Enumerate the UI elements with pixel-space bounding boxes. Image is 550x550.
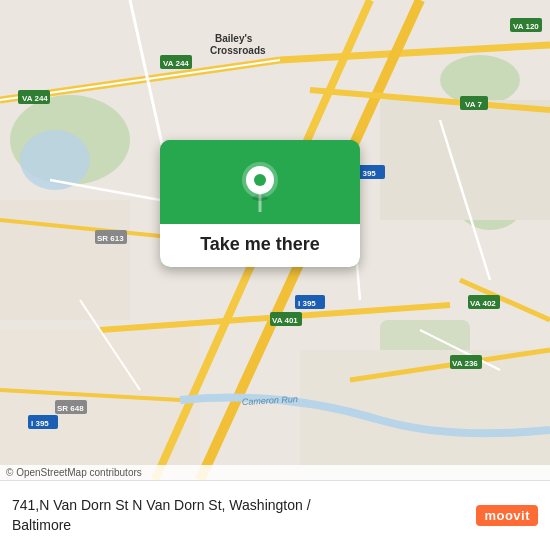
info-bar: 741,N Van Dorn St N Van Dorn St, Washing…: [0, 480, 550, 550]
svg-rect-6: [0, 200, 130, 320]
take-me-there-button[interactable]: Take me there: [160, 234, 360, 255]
svg-text:VA 401: VA 401: [272, 316, 298, 325]
svg-text:VA 7: VA 7: [465, 100, 482, 109]
svg-text:SR 613: SR 613: [97, 234, 124, 243]
moovit-logo-text: moovit: [476, 505, 538, 526]
svg-text:Crossroads: Crossroads: [210, 45, 266, 56]
card-icon-area: [160, 140, 360, 224]
svg-point-58: [254, 174, 266, 186]
svg-text:I 395: I 395: [358, 169, 376, 178]
card-label-area[interactable]: Take me there: [160, 224, 360, 267]
take-me-there-card[interactable]: Take me there: [160, 140, 360, 267]
svg-text:SR 648: SR 648: [57, 404, 84, 413]
address-line1: 741,N Van Dorn St N Van Dorn St, Washing…: [12, 497, 311, 513]
svg-text:Bailey's: Bailey's: [215, 33, 253, 44]
svg-rect-8: [0, 330, 200, 480]
attribution-bar: © OpenStreetMap contributors: [0, 465, 550, 480]
svg-text:VA 120: VA 120: [513, 22, 539, 31]
svg-point-59: [252, 195, 268, 201]
svg-text:VA 244: VA 244: [163, 59, 189, 68]
svg-text:VA 402: VA 402: [470, 299, 496, 308]
svg-text:VA 244: VA 244: [22, 94, 48, 103]
svg-text:I 395: I 395: [31, 419, 49, 428]
svg-text:VA 236: VA 236: [452, 359, 478, 368]
attribution-text: © OpenStreetMap contributors: [6, 467, 142, 478]
moovit-logo: moovit: [476, 505, 538, 526]
map-container: Bailey's Crossroads VA 244 VA 244 VA 120…: [0, 0, 550, 550]
address-text: 741,N Van Dorn St N Van Dorn St, Washing…: [12, 496, 468, 535]
address-line2: Baltimore: [12, 517, 71, 533]
location-pin-icon: [238, 160, 282, 212]
svg-text:I 395: I 395: [298, 299, 316, 308]
